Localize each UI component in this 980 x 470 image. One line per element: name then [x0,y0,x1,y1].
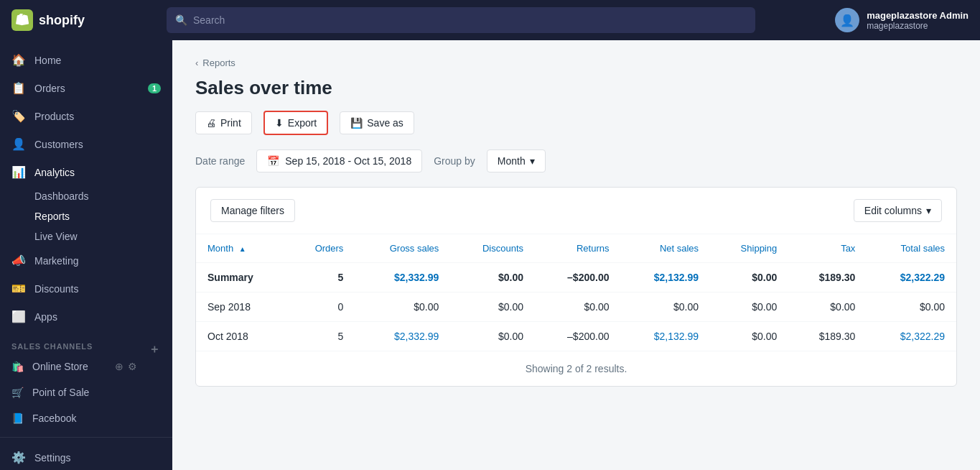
sidebar-item-online-store[interactable]: 🛍️ Online Store ⊕ ⚙ [0,354,149,379]
search-icon: 🔍 [175,14,187,26]
row-total-sales: $2,322.29 [867,322,956,351]
row-tax: $189.30 [788,322,867,351]
user-info: mageplazastore Admin mageplazastore [867,10,969,31]
sidebar: 🏠 Home 📋 Orders 1 🏷️ Products 👤 Customer… [0,40,172,470]
col-month[interactable]: Month ▲ [196,234,287,263]
sidebar-sub-reports[interactable]: Reports [0,206,172,226]
sidebar-item-customers[interactable]: 👤 Customers [0,130,172,158]
table-row: Sep 2018 0 $0.00 $0.00 $0.00 $0.00 $0.00… [196,292,956,322]
col-gross-sales[interactable]: Gross sales [355,234,450,263]
summary-gross-sales: $2,332.99 [355,263,450,292]
sidebar-item-label: Products [34,111,74,122]
sidebar-item-discounts[interactable]: 🎫 Discounts [0,275,172,303]
channel-action-icons: ⊕ ⚙ [115,361,137,372]
logo[interactable]: shopify [11,9,155,31]
sales-table: Month ▲ Orders Gross sales Discounts Ret… [196,234,956,351]
top-navigation: shopify 🔍 👤 mageplazastore Admin magepla… [0,0,980,40]
col-shipping[interactable]: Shipping [710,234,788,263]
settings-icon: ⚙️ [11,451,26,464]
channel-settings-icon[interactable]: ⚙ [128,361,137,372]
apps-icon: ⬜ [11,310,26,323]
summary-returns: –$200.00 [535,263,620,292]
export-button[interactable]: ⬇ Export [263,111,328,135]
sort-icon: ▲ [239,245,246,253]
search-bar[interactable]: 🔍 [167,7,755,33]
channel-add-icon[interactable]: ⊕ [115,361,123,372]
avatar: 👤 [835,8,859,32]
row-orders: 0 [287,292,355,322]
date-range-button[interactable]: 📅 Sep 15, 2018 - Oct 15, 2018 [256,149,422,172]
sidebar-item-label: Home [34,55,61,66]
sidebar-item-apps[interactable]: ⬜ Apps [0,303,172,331]
sidebar-item-label: Customers [34,139,83,150]
search-input[interactable] [193,14,747,26]
orders-badge: 1 [148,83,161,93]
row-shipping: $0.00 [710,322,788,351]
add-channel-icon[interactable]: ＋ [149,342,161,357]
table-footer: Showing 2 of 2 results. [196,351,956,386]
col-returns[interactable]: Returns [535,234,620,263]
summary-discounts: $0.00 [450,263,535,292]
sidebar-item-label: Discounts [34,283,78,295]
manage-filters-button[interactable]: Manage filters [210,199,295,222]
facebook-icon: 📘 [11,413,24,424]
sidebar-item-point-of-sale[interactable]: 🛒 Point of Sale [0,379,172,405]
summary-tax: $189.30 [788,263,867,292]
edit-columns-button[interactable]: Edit columns ▾ [854,199,942,222]
main-content: ‹ Reports Sales over time 🖨 Print ⬇ Expo… [172,40,980,470]
analytics-icon: 📊 [11,165,26,179]
filters-row: Date range 📅 Sep 15, 2018 - Oct 15, 2018… [195,149,957,172]
user-area[interactable]: 👤 mageplazastore Admin mageplazastore [835,8,969,32]
group-by-label: Group by [434,155,475,167]
sidebar-item-label: Marketing [34,255,78,267]
group-by-button[interactable]: Month ▾ [487,149,546,172]
chevron-down-icon: ▾ [926,205,931,216]
sidebar-item-analytics[interactable]: 📊 Analytics [0,158,172,186]
user-store: mageplazastore [867,21,969,31]
printer-icon: 🖨 [206,117,216,129]
sidebar-item-label: Apps [34,311,57,323]
col-net-sales[interactable]: Net sales [620,234,710,263]
row-discounts: $0.00 [450,322,535,351]
col-discounts[interactable]: Discounts [450,234,535,263]
sidebar-sub-dashboards[interactable]: Dashboards [0,186,172,206]
sidebar-item-facebook[interactable]: 📘 Facebook [0,405,172,431]
row-gross-sales: $0.00 [355,292,450,322]
row-month: Sep 2018 [196,292,287,322]
date-range-value: Sep 15, 2018 - Oct 15, 2018 [285,155,411,167]
col-orders[interactable]: Orders [287,234,355,263]
user-name: mageplazastore Admin [867,10,969,21]
logo-text: shopify [39,13,85,28]
col-tax[interactable]: Tax [788,234,867,263]
sidebar-item-marketing[interactable]: 📣 Marketing [0,246,172,275]
sidebar-item-label: Point of Sale [32,387,89,398]
col-total-sales[interactable]: Total sales [867,234,956,263]
shopify-logo-icon [11,9,33,31]
calendar-icon: 📅 [267,155,279,167]
sidebar-item-settings[interactable]: ⚙️ Settings [0,443,172,470]
row-tax: $0.00 [788,292,867,322]
sidebar-item-home[interactable]: 🏠 Home [0,46,172,74]
download-icon: ⬇ [275,117,284,129]
breadcrumb-link[interactable]: Reports [202,57,235,68]
sidebar-item-orders[interactable]: 📋 Orders 1 [0,74,172,102]
sidebar-item-products[interactable]: 🏷️ Products [0,102,172,130]
row-month: Oct 2018 [196,322,287,351]
summary-orders: 5 [287,263,355,292]
sidebar-item-label: Orders [34,83,65,94]
summary-net-sales: $2,132.99 [620,263,710,292]
chevron-left-icon: ‹ [195,57,198,68]
main-layout: 🏠 Home 📋 Orders 1 🏷️ Products 👤 Customer… [0,40,980,470]
breadcrumb[interactable]: ‹ Reports [195,57,957,68]
sidebar-sub-liveview[interactable]: Live View [0,226,172,246]
sales-channels-section-title: SALES CHANNELS ＋ [0,331,172,354]
row-discounts: $0.00 [450,292,535,322]
discounts-icon: 🎫 [11,282,26,295]
row-net-sales: $0.00 [620,292,710,322]
summary-month: Summary [196,263,287,292]
print-button[interactable]: 🖨 Print [195,111,252,134]
table-card: Manage filters Edit columns ▾ Month ▲ Or… [195,187,957,387]
save-as-button[interactable]: 💾 Save as [340,111,414,134]
table-header-row: Month ▲ Orders Gross sales Discounts Ret… [196,234,956,263]
orders-icon: 📋 [11,81,26,95]
